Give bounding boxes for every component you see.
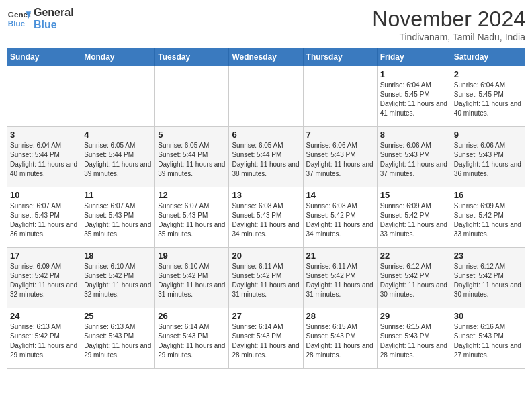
day-number: 24 xyxy=(10,311,78,321)
day-number: 8 xyxy=(380,130,448,140)
calendar-week-5: 24Sunrise: 6:13 AMSunset: 5:42 PMDayligh… xyxy=(7,308,525,369)
day-info: Sunrise: 6:16 AMSunset: 5:43 PMDaylight:… xyxy=(454,322,522,360)
day-info: Sunrise: 6:05 AMSunset: 5:44 PMDaylight:… xyxy=(158,141,226,179)
title-block: November 2024 Tindivanam, Tamil Nadu, In… xyxy=(372,7,525,42)
calendar-cell: 3Sunrise: 6:04 AMSunset: 5:44 PMDaylight… xyxy=(7,127,81,187)
calendar-cell: 30Sunrise: 6:16 AMSunset: 5:43 PMDayligh… xyxy=(451,308,525,369)
calendar-cell xyxy=(303,66,377,127)
calendar-cell: 14Sunrise: 6:08 AMSunset: 5:42 PMDayligh… xyxy=(303,187,377,248)
day-number: 12 xyxy=(158,190,226,200)
weekday-header-tuesday: Tuesday xyxy=(155,48,229,66)
day-number: 10 xyxy=(10,190,78,200)
svg-text:Blue: Blue xyxy=(8,19,26,28)
day-info: Sunrise: 6:09 AMSunset: 5:42 PMDaylight:… xyxy=(454,201,522,239)
calendar-cell: 19Sunrise: 6:10 AMSunset: 5:42 PMDayligh… xyxy=(155,248,229,308)
day-number: 15 xyxy=(380,190,448,200)
calendar-cell: 8Sunrise: 6:06 AMSunset: 5:43 PMDaylight… xyxy=(377,127,451,187)
logo: General Blue General Blue xyxy=(7,7,74,31)
day-info: Sunrise: 6:10 AMSunset: 5:42 PMDaylight:… xyxy=(84,262,152,300)
day-number: 22 xyxy=(380,250,448,261)
calendar-cell: 21Sunrise: 6:11 AMSunset: 5:42 PMDayligh… xyxy=(303,248,377,308)
day-number: 11 xyxy=(84,190,152,200)
weekday-header-monday: Monday xyxy=(81,48,155,66)
day-number: 16 xyxy=(454,190,522,200)
day-info: Sunrise: 6:04 AMSunset: 5:44 PMDaylight:… xyxy=(10,141,78,179)
day-info: Sunrise: 6:14 AMSunset: 5:43 PMDaylight:… xyxy=(232,322,300,360)
day-number: 18 xyxy=(84,250,152,261)
day-number: 5 xyxy=(158,130,226,140)
location: Tindivanam, Tamil Nadu, India xyxy=(372,32,525,42)
calendar-cell: 29Sunrise: 6:15 AMSunset: 5:43 PMDayligh… xyxy=(377,308,451,369)
day-info: Sunrise: 6:10 AMSunset: 5:42 PMDaylight:… xyxy=(158,262,226,300)
logo-line1: General xyxy=(34,7,74,19)
day-info: Sunrise: 6:11 AMSunset: 5:42 PMDaylight:… xyxy=(306,262,374,300)
day-info: Sunrise: 6:05 AMSunset: 5:44 PMDaylight:… xyxy=(84,141,152,179)
day-info: Sunrise: 6:06 AMSunset: 5:43 PMDaylight:… xyxy=(306,141,374,179)
day-info: Sunrise: 6:15 AMSunset: 5:43 PMDaylight:… xyxy=(380,322,448,360)
day-number: 28 xyxy=(306,311,374,321)
calendar-cell: 28Sunrise: 6:15 AMSunset: 5:43 PMDayligh… xyxy=(303,308,377,369)
day-info: Sunrise: 6:08 AMSunset: 5:43 PMDaylight:… xyxy=(232,201,300,239)
calendar-cell: 16Sunrise: 6:09 AMSunset: 5:42 PMDayligh… xyxy=(451,187,525,248)
calendar-week-1: 1Sunrise: 6:04 AMSunset: 5:45 PMDaylight… xyxy=(7,66,525,127)
calendar-cell: 1Sunrise: 6:04 AMSunset: 5:45 PMDaylight… xyxy=(377,66,451,127)
day-info: Sunrise: 6:13 AMSunset: 5:42 PMDaylight:… xyxy=(10,322,78,360)
day-number: 2 xyxy=(454,69,522,79)
day-number: 14 xyxy=(306,190,374,200)
day-info: Sunrise: 6:14 AMSunset: 5:43 PMDaylight:… xyxy=(158,322,226,360)
weekday-header-friday: Friday xyxy=(377,48,451,66)
day-info: Sunrise: 6:13 AMSunset: 5:43 PMDaylight:… xyxy=(84,322,152,360)
weekday-header-row: SundayMondayTuesdayWednesdayThursdayFrid… xyxy=(7,48,525,66)
day-info: Sunrise: 6:04 AMSunset: 5:45 PMDaylight:… xyxy=(380,81,448,118)
day-info: Sunrise: 6:07 AMSunset: 5:43 PMDaylight:… xyxy=(158,201,226,239)
weekday-header-thursday: Thursday xyxy=(303,48,377,66)
calendar-table: SundayMondayTuesdayWednesdayThursdayFrid… xyxy=(7,48,525,369)
logo-line2: Blue xyxy=(34,19,74,31)
calendar-cell: 20Sunrise: 6:11 AMSunset: 5:42 PMDayligh… xyxy=(229,248,303,308)
day-number: 29 xyxy=(380,311,448,321)
calendar-cell: 13Sunrise: 6:08 AMSunset: 5:43 PMDayligh… xyxy=(229,187,303,248)
day-number: 21 xyxy=(306,250,374,261)
day-number: 9 xyxy=(454,130,522,140)
day-number: 25 xyxy=(84,311,152,321)
calendar-cell: 26Sunrise: 6:14 AMSunset: 5:43 PMDayligh… xyxy=(155,308,229,369)
logo-icon: General Blue xyxy=(7,7,31,31)
day-number: 30 xyxy=(454,311,522,321)
day-info: Sunrise: 6:04 AMSunset: 5:45 PMDaylight:… xyxy=(454,81,522,118)
calendar-week-2: 3Sunrise: 6:04 AMSunset: 5:44 PMDaylight… xyxy=(7,127,525,187)
calendar-week-3: 10Sunrise: 6:07 AMSunset: 5:43 PMDayligh… xyxy=(7,187,525,248)
calendar-body: 1Sunrise: 6:04 AMSunset: 5:45 PMDaylight… xyxy=(7,66,525,369)
weekday-header-wednesday: Wednesday xyxy=(229,48,303,66)
calendar-cell: 11Sunrise: 6:07 AMSunset: 5:43 PMDayligh… xyxy=(81,187,155,248)
day-number: 17 xyxy=(10,250,78,261)
page-header: General Blue General Blue November 2024 … xyxy=(7,7,525,42)
calendar-cell: 7Sunrise: 6:06 AMSunset: 5:43 PMDaylight… xyxy=(303,127,377,187)
weekday-header-saturday: Saturday xyxy=(451,48,525,66)
calendar-cell: 12Sunrise: 6:07 AMSunset: 5:43 PMDayligh… xyxy=(155,187,229,248)
calendar-cell: 6Sunrise: 6:05 AMSunset: 5:44 PMDaylight… xyxy=(229,127,303,187)
day-info: Sunrise: 6:11 AMSunset: 5:42 PMDaylight:… xyxy=(232,262,300,300)
calendar-cell: 18Sunrise: 6:10 AMSunset: 5:42 PMDayligh… xyxy=(81,248,155,308)
calendar-week-4: 17Sunrise: 6:09 AMSunset: 5:42 PMDayligh… xyxy=(7,248,525,308)
day-info: Sunrise: 6:08 AMSunset: 5:42 PMDaylight:… xyxy=(306,201,374,239)
calendar-cell: 4Sunrise: 6:05 AMSunset: 5:44 PMDaylight… xyxy=(81,127,155,187)
day-info: Sunrise: 6:07 AMSunset: 5:43 PMDaylight:… xyxy=(84,201,152,239)
day-number: 13 xyxy=(232,190,300,200)
calendar-cell xyxy=(155,66,229,127)
day-info: Sunrise: 6:06 AMSunset: 5:43 PMDaylight:… xyxy=(380,141,448,179)
calendar-cell: 17Sunrise: 6:09 AMSunset: 5:42 PMDayligh… xyxy=(7,248,81,308)
day-number: 23 xyxy=(454,250,522,261)
calendar-cell xyxy=(81,66,155,127)
day-info: Sunrise: 6:06 AMSunset: 5:43 PMDaylight:… xyxy=(454,141,522,179)
day-number: 6 xyxy=(232,130,300,140)
calendar-cell: 5Sunrise: 6:05 AMSunset: 5:44 PMDaylight… xyxy=(155,127,229,187)
day-number: 19 xyxy=(158,250,226,261)
calendar-cell: 22Sunrise: 6:12 AMSunset: 5:42 PMDayligh… xyxy=(377,248,451,308)
calendar-cell: 23Sunrise: 6:12 AMSunset: 5:42 PMDayligh… xyxy=(451,248,525,308)
calendar-cell: 25Sunrise: 6:13 AMSunset: 5:43 PMDayligh… xyxy=(81,308,155,369)
calendar-cell xyxy=(229,66,303,127)
day-info: Sunrise: 6:12 AMSunset: 5:42 PMDaylight:… xyxy=(380,262,448,300)
calendar-cell: 10Sunrise: 6:07 AMSunset: 5:43 PMDayligh… xyxy=(7,187,81,248)
month-title: November 2024 xyxy=(372,7,525,32)
calendar-cell: 24Sunrise: 6:13 AMSunset: 5:42 PMDayligh… xyxy=(7,308,81,369)
